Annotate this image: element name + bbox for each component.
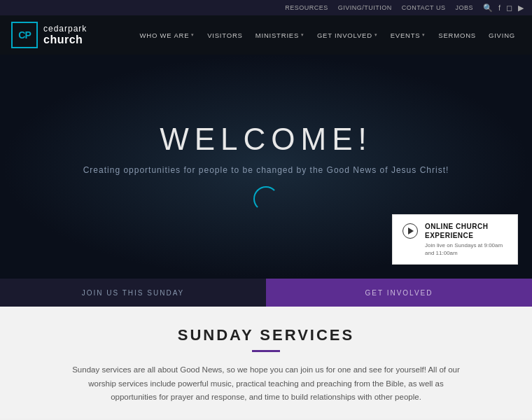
join-sunday-label: JOIN US THIS SUNDAY [82,289,185,297]
services-title: SUNDAY SERVICES [14,326,518,344]
cta-bar: JOIN US THIS SUNDAY GET INVOLVED [0,279,532,307]
contact-us-link[interactable]: CONTACT US [402,4,446,11]
chevron-down-icon: ▾ [422,32,426,38]
social-icons: 🔍 f ◻ ▶ [483,4,524,13]
chevron-down-icon: ▾ [191,32,195,38]
youtube-icon[interactable]: ▶ [518,4,524,13]
facebook-icon[interactable]: f [498,4,500,12]
hero-subtitle: Creating opportunities for people to be … [83,165,449,175]
get-involved-label: GET INVOLVED [365,289,433,297]
chevron-down-icon: ▾ [301,32,304,38]
resources-link[interactable]: RESOURCES [285,4,328,11]
services-section: SUNDAY SERVICES Sunday services are all … [0,307,532,419]
search-icon[interactable]: 🔍 [483,4,493,13]
hero-section: WELCOME! Creating opportunities for peop… [0,55,532,279]
join-sunday-button[interactable]: JOIN US THIS SUNDAY [0,279,266,307]
logo[interactable]: CP cedarpark church [11,22,87,48]
online-card-text: ONLINE CHURCHEXPERIENCE Join live on Sun… [425,222,507,257]
play-triangle [408,227,414,234]
online-card-title: ONLINE CHURCHEXPERIENCE [425,222,507,240]
main-nav: CP cedarpark church WHO WE ARE ▾ VISITOR… [0,15,532,55]
chevron-down-icon: ▾ [374,32,378,38]
nav-get-involved[interactable]: GET INVOLVED ▾ [312,27,384,43]
logo-box: CP [11,22,38,48]
nav-ministries[interactable]: MINISTRIES ▾ [250,27,310,43]
nav-visitors[interactable]: VISITORS [202,27,248,43]
logo-line2: church [43,34,87,46]
nav-sermons[interactable]: SERMONS [433,27,482,43]
jobs-link[interactable]: JOBS [455,4,473,11]
hero-content: WELCOME! Creating opportunities for peop… [83,122,449,211]
nav-events[interactable]: EVENTS ▾ [385,27,432,43]
nav-giving[interactable]: GIVING [483,27,521,43]
nav-who-we-are[interactable]: WHO WE ARE ▾ [134,27,201,43]
get-involved-button[interactable]: GET INVOLVED [266,279,532,307]
nav-links: WHO WE ARE ▾ VISITORS MINISTRIES ▾ GET I… [134,27,521,43]
online-church-card[interactable]: ONLINE CHURCHEXPERIENCE Join live on Sun… [392,214,518,265]
logo-text: cedarpark church [43,24,87,46]
title-underline [252,350,280,352]
top-bar: RESOURCES GIVING/TUITION CONTACT US JOBS… [0,0,532,15]
online-card-subtitle: Join live on Sundays at 9:00am and 11:00… [425,242,507,257]
play-icon [402,223,418,239]
hero-title: WELCOME! [83,122,449,157]
giving-tuition-link[interactable]: GIVING/TUITION [338,4,392,11]
logo-initials: CP [18,29,30,41]
services-body: Sunday services are all about Good News,… [70,363,462,405]
loading-spinner [253,186,279,211]
logo-line1: cedarpark [43,24,87,34]
instagram-icon[interactable]: ◻ [506,4,512,13]
